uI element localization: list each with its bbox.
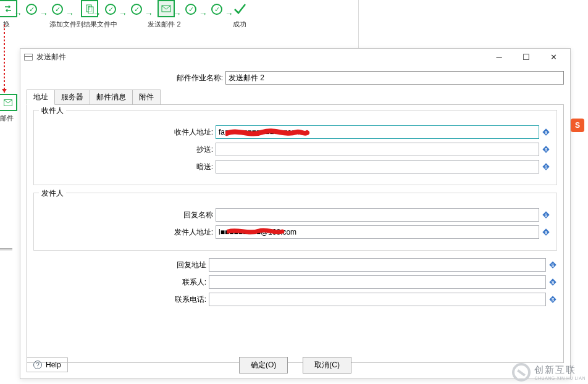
brand-name-cn: 创新互联 <box>534 364 586 376</box>
svg-text:$: $ <box>545 164 548 170</box>
checkmark-icon <box>232 1 247 16</box>
to-label: 收件人地址: <box>40 127 216 138</box>
minimize-button[interactable]: ─ <box>491 51 507 64</box>
mail-icon <box>24 54 33 61</box>
check-icon: ✓ <box>26 4 37 15</box>
arrow-icon: → <box>119 9 127 19</box>
brand-watermark: 创新互联 CHUANG XIN HU LIAN <box>512 363 586 382</box>
node-label: 发送邮件 2 <box>147 20 182 29</box>
close-button[interactable]: ✕ <box>545 51 561 64</box>
contact-label: 联系人: <box>33 277 209 288</box>
job-name-input[interactable] <box>225 71 564 85</box>
recipient-group: 收件人 收件人地址: $ 抄送: $ 暗送: $ <box>33 110 557 185</box>
help-button[interactable]: ? Help <box>27 357 68 372</box>
from-label: 发件人地址: <box>40 227 216 238</box>
reply-name-label: 回复名称 <box>40 210 216 220</box>
divider <box>0 248 12 251</box>
help-icon: ? <box>33 361 42 369</box>
workflow-node-mail-side[interactable]: 邮件 <box>0 94 17 123</box>
svg-text:$: $ <box>545 212 548 218</box>
arrow-icon: → <box>14 9 22 19</box>
bcc-input[interactable] <box>216 160 539 173</box>
to-input[interactable] <box>216 125 539 139</box>
arrow-icon: → <box>173 9 182 19</box>
reply-addr-label: 回复地址 <box>33 260 209 270</box>
variable-button[interactable]: $ <box>548 295 557 304</box>
cancel-button[interactable]: 取消(C) <box>303 357 351 374</box>
dialog-title: 发送邮件 <box>36 52 66 62</box>
svg-text:$: $ <box>552 262 555 268</box>
node-label: 邮件 <box>0 114 17 123</box>
job-name-label: 邮件作业名称: <box>27 73 225 83</box>
mail-icon <box>4 99 12 106</box>
variable-button[interactable]: $ <box>548 278 557 286</box>
check-icon: ✓ <box>105 4 116 15</box>
svg-text:$: $ <box>545 130 548 135</box>
node-label: 添加文件到结果文件中 <box>49 20 111 29</box>
svg-text:$: $ <box>552 280 555 285</box>
cc-label: 抄送: <box>40 144 216 155</box>
check-icon: ✓ <box>211 4 222 15</box>
tab-panel-address: 收件人 收件人地址: $ 抄送: $ 暗送: $ <box>27 105 564 363</box>
workflow-node-success[interactable]: 成功 <box>227 0 252 29</box>
tab-attachment[interactable]: 附件 <box>132 90 161 104</box>
reply-addr-input[interactable] <box>209 258 546 272</box>
phone-input[interactable] <box>209 293 546 306</box>
variable-button[interactable]: $ <box>542 128 550 136</box>
node-label: 换 <box>0 20 12 29</box>
dialog-titlebar: 发送邮件 ─ ☐ ✕ <box>20 49 570 66</box>
sogou-ime-icon[interactable]: S <box>571 119 584 132</box>
tab-message[interactable]: 邮件消息 <box>90 90 133 104</box>
cc-input[interactable] <box>216 143 539 156</box>
variable-button[interactable]: $ <box>542 211 550 219</box>
reply-name-input[interactable] <box>216 208 539 222</box>
swap-icon <box>4 4 12 13</box>
workflow-node-addfile[interactable]: 添加文件到结果文件中 <box>68 0 111 29</box>
check-icon: ✓ <box>131 4 142 15</box>
variable-button[interactable]: $ <box>548 261 557 269</box>
mail-icon <box>161 5 171 12</box>
tab-address[interactable]: 地址 <box>27 90 55 105</box>
from-input[interactable] <box>216 225 539 239</box>
svg-text:$: $ <box>552 297 555 303</box>
svg-text:$: $ <box>545 230 548 235</box>
check-icon: ✓ <box>52 4 63 15</box>
tab-bar: 地址 服务器 邮件消息 附件 <box>27 90 564 105</box>
bcc-label: 暗送: <box>40 162 216 172</box>
check-icon: ✓ <box>185 4 196 15</box>
svg-marker-5 <box>2 89 7 93</box>
ok-button[interactable]: 确定(O) <box>239 357 288 374</box>
node-label: 成功 <box>227 20 252 29</box>
tab-server[interactable]: 服务器 <box>54 90 90 104</box>
svg-text:$: $ <box>545 147 548 152</box>
workflow-node-partial[interactable]: 换 <box>0 0 12 29</box>
brand-name-py: CHUANG XIN HU LIAN <box>534 376 586 380</box>
contact-input[interactable] <box>209 275 546 289</box>
arrow-icon: → <box>199 9 208 19</box>
send-mail-dialog: 发送邮件 ─ ☐ ✕ 邮件作业名称: 地址 服务器 邮件消息 附件 收件人 收件… <box>20 48 571 379</box>
dialog-footer: ? Help 确定(O) 取消(C) <box>27 357 564 372</box>
brand-logo-icon <box>512 363 531 382</box>
arrow-icon: → <box>40 9 48 19</box>
variable-button[interactable]: $ <box>542 162 550 171</box>
variable-button[interactable]: $ <box>542 228 550 236</box>
group-title: 发件人 <box>39 188 66 199</box>
phone-label: 联系电话: <box>33 294 209 305</box>
divider <box>358 0 359 49</box>
connector-line <box>2 25 8 93</box>
arrow-icon: → <box>93 9 101 19</box>
help-label: Help <box>46 361 61 369</box>
variable-button[interactable]: $ <box>542 145 550 154</box>
maximize-button[interactable]: ☐ <box>518 51 534 64</box>
group-title: 收件人 <box>39 106 66 116</box>
sender-group: 发件人 回复名称 $ 发件人地址: $ <box>33 193 557 251</box>
